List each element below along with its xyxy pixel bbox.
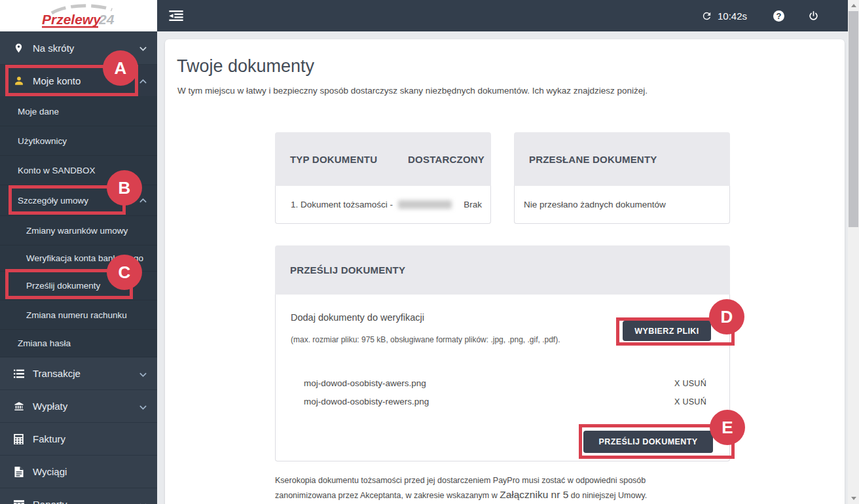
chevron-down-icon: [139, 401, 147, 412]
sidebar-item-zmiana-numeru-rachunku[interactable]: Zmiana numeru rachunku: [0, 300, 157, 330]
topbar: 10:42s ?: [157, 0, 848, 31]
sidebar-item-przeslij-dokumenty[interactable]: Prześlij dokumenty: [0, 272, 157, 300]
sent-documents-empty-row: Nie przesłano żadnych dokumentów: [514, 186, 730, 224]
anonymization-note: Kserokopia dokumentu tożsamości przed je…: [275, 475, 706, 503]
sidebar-item-label: Raporty: [33, 499, 67, 504]
uploaded-file-row: moj-dowod-osobisty-awers.png X USUŃ: [304, 378, 706, 388]
upload-file-requirements: (max. rozmiar pliku: 975 kB, obsługiwane…: [291, 335, 560, 344]
remove-file-button[interactable]: X USUŃ: [674, 379, 706, 388]
sent-documents-card: PRZESŁANE DOKUMENTY Nie przesłano żadnyc…: [514, 132, 730, 224]
document-type-label: 1. Dokument tożsamości -: [291, 200, 393, 209]
file-name: moj-dowod-osobisty-rewers.png: [304, 397, 429, 406]
document-type-row: 1. Dokument tożsamości - Brak: [275, 186, 491, 224]
sidebar-item-moje-dane[interactable]: Moje dane: [0, 97, 157, 126]
sidebar-item-weryfikacja-konta-bankowego[interactable]: Weryfikacja konta bankowego: [0, 245, 157, 272]
page-title: Twoje dokumenty: [177, 56, 314, 77]
brand-logo[interactable]: Przelewy 24: [0, 0, 157, 31]
upload-card-title: PRZEŚLIJ DOKUMENTY: [290, 264, 405, 276]
delivery-status: Brak: [464, 200, 482, 209]
session-timer: 10:42s: [718, 10, 747, 22]
scrollbar-down-arrow[interactable]: [848, 493, 859, 504]
help-icon[interactable]: ?: [773, 10, 784, 22]
sidebar-item-konto-w-sandbox[interactable]: Konto w SANDBOX: [0, 156, 157, 185]
refresh-icon: [701, 10, 712, 22]
sidebar-item-label: Wyciągi: [33, 466, 67, 477]
sent-documents-header: PRZESŁANE DOKUMENTY: [514, 132, 730, 186]
przelewy24-logo-graphic: Przelewy 24: [29, 2, 128, 29]
sidebar-item-label: Prześlij dokumenty: [26, 281, 100, 291]
sent-documents-empty-text: Nie przesłano żadnych dokumentów: [524, 200, 666, 209]
sent-documents-title: PRZESŁANE DOKUMENTY: [529, 154, 657, 165]
sidebar-item-wyciagi[interactable]: Wyciągi: [0, 456, 157, 488]
wybierz-pliki-button[interactable]: WYBIERZ PLIKI: [623, 321, 711, 341]
column-header-dostarczony: DOSTARCZONY: [408, 154, 484, 165]
sidebar-item-label: Wypłaty: [33, 401, 67, 412]
page-intro: W tym miejscu w łatwy i bezpieczny sposó…: [177, 86, 648, 96]
document-types-card: TYP DOKUMENTU DOSTARCZONY 1. Dokument to…: [275, 132, 491, 224]
upload-instruction: Dodaj dokumenty do weryfikacji: [291, 312, 424, 323]
chevron-down-icon: [139, 368, 147, 379]
file-name: moj-dowod-osobisty-awers.png: [304, 378, 426, 388]
table-icon: [13, 499, 24, 504]
sidebar-item-label: Zmiany warunków umowy: [26, 226, 128, 236]
sidebar-item-label: Transakcje: [33, 368, 81, 379]
attachment-reference: Załączniku nr 5: [500, 489, 568, 500]
sidebar-item-label: Zmiana numeru rachunku: [26, 310, 127, 320]
sidebar-item-zmiany-warunkow-umowy[interactable]: Zmiany warunków umowy: [0, 216, 157, 245]
upload-documents-card: PRZEŚLIJ DOKUMENTY Dodaj dokumenty do we…: [275, 245, 730, 461]
sidebar-item-label: Weryfikacja konta bankowego: [26, 253, 143, 263]
sidebar-item-faktury[interactable]: Faktury: [0, 423, 157, 456]
sidebar-item-label: Moje dane: [18, 107, 59, 117]
chevron-up-icon: [139, 75, 147, 86]
chevron-down-icon: [139, 43, 147, 54]
chevron-up-icon: [139, 196, 147, 206]
vertical-scrollbar[interactable]: [848, 0, 859, 504]
document-icon: [13, 466, 24, 477]
upload-card-header: PRZEŚLIJ DOKUMENTY: [275, 245, 730, 295]
app-window: Przelewy 24 Na skróty Moje konto: [0, 0, 859, 504]
sidebar-item-raporty[interactable]: Raporty: [0, 488, 157, 504]
sidebar-item-moje-konto[interactable]: Moje konto: [0, 65, 157, 97]
sidebar-item-label: Szczegóły umowy: [18, 196, 88, 206]
content-panel: Twoje dokumenty W tym miejscu w łatwy i …: [165, 39, 845, 504]
topbar-actions: 10:42s ?: [701, 10, 819, 22]
map-pin-icon: [13, 43, 24, 54]
przeslij-dokumenty-button[interactable]: PRZEŚLIJ DOKUMENTY: [583, 431, 713, 453]
bank-icon: [13, 401, 24, 412]
list-icon: [13, 368, 24, 379]
refresh-button[interactable]: 10:42s: [701, 10, 747, 22]
chevron-down-icon: [139, 499, 147, 504]
sidebar-item-szczegoly-umowy[interactable]: Szczegóły umowy: [0, 185, 157, 216]
sidebar-item-transakcje[interactable]: Transakcje: [0, 357, 157, 390]
sidebar-item-label: Zmiana hasła: [18, 338, 71, 348]
sidebar-item-uzytkownicy[interactable]: Użytkownicy: [0, 126, 157, 156]
upload-card-body: Dodaj dokumenty do weryfikacji (max. roz…: [275, 295, 730, 461]
redacted-merchant-name: [398, 200, 452, 209]
scrollbar-thumb[interactable]: [849, 11, 858, 227]
sidebar: Przelewy 24 Na skróty Moje konto: [0, 0, 157, 504]
column-header-typ-dokumentu: TYP DOKUMENTU: [290, 154, 377, 165]
remove-file-button[interactable]: X USUŃ: [674, 397, 706, 406]
sidebar-item-label: Na skróty: [33, 43, 74, 54]
logout-power-icon[interactable]: [808, 10, 819, 22]
sidebar-item-label: Użytkownicy: [18, 136, 67, 146]
calculator-icon: [13, 433, 24, 444]
user-icon: [13, 75, 24, 86]
brand-name-suffix: 24: [98, 12, 115, 27]
sidebar-item-na-skroty[interactable]: Na skróty: [0, 31, 157, 65]
sidebar-item-label: Moje konto: [33, 75, 81, 86]
sidebar-item-label: Faktury: [33, 433, 65, 444]
sidebar-toggle-icon[interactable]: [169, 10, 183, 21]
brand-name-primary: Przelewy: [42, 12, 101, 27]
sidebar-item-zmiana-hasla[interactable]: Zmiana hasła: [0, 330, 157, 357]
document-types-header: TYP DOKUMENTU DOSTARCZONY: [275, 132, 491, 186]
uploaded-file-row: moj-dowod-osobisty-rewers.png X USUŃ: [304, 397, 706, 406]
note-text: do niniejszej Umowy.: [568, 491, 647, 500]
sidebar-item-wyplaty[interactable]: Wypłaty: [0, 390, 157, 423]
scrollbar-up-arrow[interactable]: [848, 0, 859, 11]
sidebar-item-label: Konto w SANDBOX: [18, 166, 96, 175]
